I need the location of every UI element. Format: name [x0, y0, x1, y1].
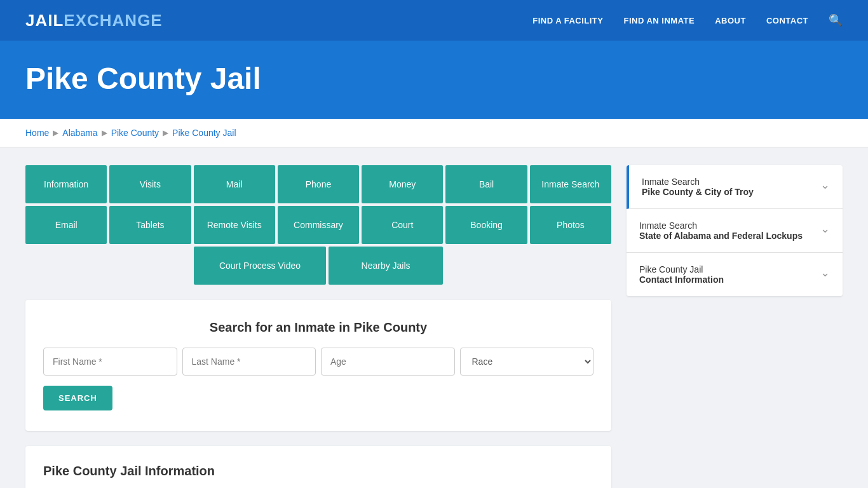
first-name-input[interactable]: [43, 348, 177, 376]
breadcrumb-sep-1: ▶: [53, 128, 58, 137]
logo-jail: JAIL: [25, 11, 64, 30]
btn-money[interactable]: Money: [362, 165, 443, 203]
btn-email[interactable]: Email: [25, 206, 107, 244]
main-content: Information Visits Mail Phone Money Bail…: [0, 147, 868, 488]
nav-contact[interactable]: CONTACT: [766, 16, 808, 25]
nav-buttons-row3: Court Process Video Nearby Jails: [25, 247, 611, 285]
age-input[interactable]: [321, 348, 455, 376]
sidebar-item-3[interactable]: Pike County Jail Contact Information ⌄: [627, 253, 843, 296]
nav-find-inmate[interactable]: FIND AN INMATE: [623, 16, 695, 25]
sidebar-item-3-text: Pike County Jail Contact Information: [639, 264, 813, 285]
btn-mail[interactable]: Mail: [194, 165, 275, 203]
hero-section: Pike County Jail: [0, 41, 868, 119]
btn-visits[interactable]: Visits: [109, 165, 191, 203]
right-sidebar: Inmate Search Pike County & City of Troy…: [627, 165, 843, 296]
btn-inmate-search[interactable]: Inmate Search: [530, 165, 611, 203]
btn-photos[interactable]: Photos: [530, 206, 611, 244]
breadcrumb-alabama[interactable]: Alabama: [62, 128, 97, 138]
sidebar-card: Inmate Search Pike County & City of Troy…: [627, 165, 843, 296]
page-title: Pike County Jail: [25, 61, 843, 96]
chevron-down-icon-3: ⌄: [820, 266, 830, 280]
btn-booking[interactable]: Booking: [445, 206, 527, 244]
site-logo[interactable]: JAILEXCHANGE: [25, 11, 163, 30]
breadcrumb: Home ▶ Alabama ▶ Pike County ▶ Pike Coun…: [0, 119, 868, 147]
search-icon[interactable]: 🔍: [829, 13, 843, 27]
nav-about[interactable]: ABOUT: [715, 16, 746, 25]
btn-phone[interactable]: Phone: [278, 165, 359, 203]
main-nav: FIND A FACILITY FIND AN INMATE ABOUT CON…: [532, 13, 843, 27]
nav-buttons-row1: Information Visits Mail Phone Money Bail…: [25, 165, 611, 203]
chevron-down-icon-2: ⌄: [820, 222, 830, 236]
main-header: JAILEXCHANGE FIND A FACILITY FIND AN INM…: [0, 0, 868, 41]
btn-tablets[interactable]: Tablets: [109, 206, 191, 244]
breadcrumb-sep-3: ▶: [163, 128, 168, 137]
sidebar-item-1-text: Inmate Search Pike County & City of Troy: [642, 177, 813, 197]
sidebar-item-2-text: Inmate Search State of Alabama and Feder…: [639, 220, 813, 241]
nav-buttons-section: Information Visits Mail Phone Money Bail…: [25, 165, 611, 285]
last-name-input[interactable]: [182, 348, 316, 376]
search-fields: Race White Black Hispanic Asian Other: [43, 348, 593, 376]
chevron-down-icon-1: ⌄: [820, 178, 830, 192]
search-button[interactable]: SEARCH: [43, 386, 112, 410]
logo-exchange: EXCHANGE: [64, 11, 162, 30]
btn-court[interactable]: Court: [362, 206, 443, 244]
sidebar-item-3-sublabel: Contact Information: [639, 274, 813, 285]
sidebar-item-1-label: Inmate Search: [642, 177, 813, 187]
btn-remote-visits[interactable]: Remote Visits: [194, 206, 275, 244]
nav-find-facility[interactable]: FIND A FACILITY: [532, 16, 603, 25]
btn-information[interactable]: Information: [25, 165, 107, 203]
sidebar-item-1[interactable]: Inmate Search Pike County & City of Troy…: [627, 165, 843, 209]
btn-court-process-video[interactable]: Court Process Video: [194, 247, 326, 285]
sidebar-item-2-label: Inmate Search: [639, 220, 813, 231]
btn-nearby-jails[interactable]: Nearby Jails: [329, 247, 443, 285]
breadcrumb-pike-county[interactable]: Pike County: [111, 128, 159, 138]
info-section: Pike County Jail Information: [25, 446, 611, 488]
search-title: Search for an Inmate in Pike County: [43, 320, 593, 335]
sidebar-item-3-label: Pike County Jail: [639, 264, 813, 274]
sidebar-item-1-sublabel: Pike County & City of Troy: [642, 187, 813, 197]
inmate-search-section: Search for an Inmate in Pike County Race…: [25, 300, 611, 431]
breadcrumb-pike-county-jail[interactable]: Pike County Jail: [172, 128, 236, 138]
breadcrumb-home[interactable]: Home: [25, 128, 49, 138]
sidebar-item-2-sublabel: State of Alabama and Federal Lockups: [639, 231, 813, 241]
left-column: Information Visits Mail Phone Money Bail…: [25, 165, 611, 488]
breadcrumb-sep-2: ▶: [102, 128, 107, 137]
btn-bail[interactable]: Bail: [445, 165, 527, 203]
btn-commissary[interactable]: Commissary: [278, 206, 359, 244]
nav-buttons-row2: Email Tablets Remote Visits Commissary C…: [25, 206, 611, 244]
info-title: Pike County Jail Information: [43, 464, 593, 478]
race-select[interactable]: Race White Black Hispanic Asian Other: [460, 348, 594, 376]
sidebar-item-2[interactable]: Inmate Search State of Alabama and Feder…: [627, 209, 843, 253]
